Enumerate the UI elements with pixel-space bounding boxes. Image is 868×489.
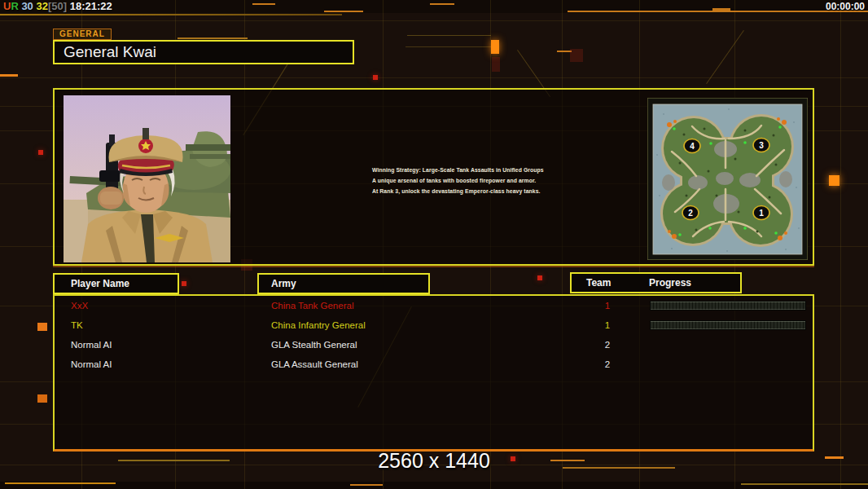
bg-grid-line [406,46,492,47]
player-progress-bar [651,302,805,310]
svg-text:4: 4 [690,142,695,151]
player-army: China Tank General [271,296,353,315]
player-list-panel: XxX China Tank General 1 TK China Infant… [53,294,814,452]
general-portrait [64,95,230,262]
column-header-progress: Progress [649,274,691,292]
map-start-marker: 2 [682,206,699,220]
bg-dash [252,3,275,5]
bg-dash [350,484,383,486]
player-team: 2 [601,355,614,374]
overlay-clock: 18:21:22 [67,0,112,12]
bg-dash [741,483,868,485]
general-name-title: General Kwai [53,40,354,64]
column-header-player-name: Player Name [53,273,179,294]
overlay-part: 32 [33,0,48,12]
player-army: GLA Stealth General [271,335,357,355]
bg-square-dim [570,49,583,62]
strategy-briefing: Winning Strategy: Large-Scale Tank Assau… [372,165,568,196]
player-name: XxX [71,296,88,315]
bg-dash [324,11,363,12]
player-army: GLA Assault General [271,355,358,374]
player-name: Normal AI [71,335,112,355]
general-portrait-image [64,95,230,262]
bg-dash [430,3,454,5]
bg-bottom-strip [0,482,868,489]
player-row: XxX China Tank General 1 [55,296,813,315]
map-start-marker: 3 [753,139,769,152]
bg-dash [178,37,248,39]
column-header-team: Team [586,274,611,292]
bg-grid-line [0,20,868,21]
player-army: China Infantry General [271,315,366,335]
map-start-marker: 1 [753,206,769,220]
svg-text:3: 3 [759,141,764,150]
bg-square-red [537,275,542,280]
bg-diagonal-line [706,30,744,84]
player-name: Normal AI [71,355,112,374]
overlay-part: U [3,0,11,12]
general-info-panel: Winning Strategy: Large-Scale Tank Assau… [53,88,814,266]
bg-square-orange [491,40,499,54]
player-team: 1 [601,296,614,315]
bg-square-orange [37,323,47,331]
bg-square-dim [492,57,500,72]
bg-dash [712,8,730,11]
bg-square-red [373,75,378,80]
general-tab-label: GENERAL [53,29,112,40]
player-row: TK China Infantry General 1 [55,315,813,335]
map-preview-image: 4 3 2 1 [647,98,808,260]
svg-text:2: 2 [688,209,693,218]
svg-text:1: 1 [759,209,764,218]
overlay-underline [0,14,342,15]
overlay-part: 30 [19,0,33,12]
column-header-army: Army [257,273,430,294]
loading-screen: UR 30 32[50] 18:21:22 00:00:00 GENERAL G… [0,0,868,489]
player-team: 1 [601,315,614,335]
bg-dash [0,74,18,77]
performance-overlay: UR 30 32[50] 18:21:22 [3,0,112,12]
map-start-marker: 4 [684,139,700,153]
bg-dash [5,482,116,484]
bg-grid-line [0,77,868,78]
bg-square-orange [829,175,840,186]
bg-square-red [38,150,43,155]
player-row: Normal AI GLA Stealth General 2 [55,335,813,355]
player-name: TK [71,315,83,335]
player-row: Normal AI GLA Assault General 2 [55,355,813,374]
strategy-line: A unique arsenal of tanks with boosted f… [372,175,568,186]
player-progress-bar [651,321,805,329]
bg-square-orange [37,394,47,403]
strategy-line: Winning Strategy: Large-Scale Tank Assau… [372,165,568,175]
resolution-label: 2560 x 1440 [0,449,868,473]
match-timer: 00:00:00 [826,1,865,12]
player-team: 2 [601,335,614,355]
bg-grid-line [407,35,491,36]
map-preview: 4 3 2 1 [647,98,808,260]
column-header-team-progress: Team Progress [570,272,742,293]
overlay-part: [50] [48,0,67,12]
bg-grid-line [840,0,841,489]
overlay-part: R [11,0,18,12]
bg-square-red [182,281,186,286]
strategy-line: At Rank 3, unlock the devastating Empero… [372,186,568,196]
